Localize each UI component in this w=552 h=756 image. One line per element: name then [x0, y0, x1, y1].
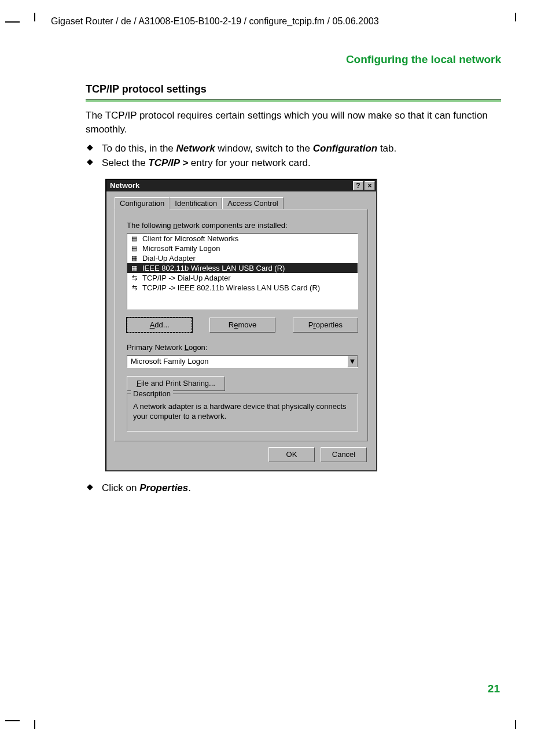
dialog-tabs: Configuration Identification Access Cont…: [115, 197, 368, 209]
header-path: Gigaset Router / de / A31008-E105-B100-2…: [51, 16, 501, 27]
close-button[interactable]: ×: [365, 181, 375, 190]
list-item[interactable]: ▦Dial-Up Adapter: [127, 253, 358, 263]
dialog-title: Network: [110, 181, 139, 190]
bullet-item: Click on Properties.: [86, 481, 501, 496]
dialog-titlebar: Network ? ×: [106, 180, 376, 191]
list-item-selected[interactable]: ▦IEEE 802.11b Wireless LAN USB Card (R): [127, 263, 358, 273]
list-item[interactable]: ▤Microsoft Family Logon: [127, 244, 358, 253]
protocol-icon: ⇆: [130, 283, 139, 292]
page-number: 21: [488, 683, 500, 695]
description-legend: Description: [131, 389, 173, 398]
intro-text: The TCP/IP protocol requires certain set…: [86, 109, 501, 137]
subsection-title: TCP/IP protocol settings: [86, 83, 501, 95]
protocol-icon: ⇆: [130, 274, 139, 282]
remove-button[interactable]: Remove: [209, 318, 275, 333]
bullet-list-post: Click on Properties.: [86, 481, 501, 496]
adapter-icon: ▦: [130, 264, 139, 272]
network-dialog: Network ? × Configuration Identification…: [105, 179, 377, 471]
chevron-down-icon[interactable]: ▼: [347, 356, 358, 367]
bullet-item: To do this, in the Network window, switc…: [86, 141, 501, 156]
primary-logon-label: Primary Network Logon:: [127, 343, 358, 352]
help-button[interactable]: ?: [353, 181, 363, 190]
primary-logon-combo[interactable]: Microsoft Family Logon ▼: [127, 355, 358, 368]
tab-configuration[interactable]: Configuration: [115, 197, 170, 209]
section-header: Configuring the local network: [51, 53, 501, 66]
adapter-icon: ▦: [130, 254, 139, 262]
ok-button[interactable]: OK: [268, 447, 315, 462]
cancel-button[interactable]: Cancel: [321, 447, 367, 462]
client-icon: ▤: [130, 234, 139, 242]
components-label: The following network components are ins…: [127, 221, 358, 230]
add-button[interactable]: Add...: [127, 318, 192, 333]
client-icon: ▤: [130, 244, 139, 252]
primary-logon-value: Microsoft Family Logon: [127, 357, 347, 366]
section-rule: [86, 99, 501, 102]
list-item[interactable]: ⇆TCP/IP -> IEEE 802.11b Wireless LAN USB…: [127, 283, 358, 293]
properties-button[interactable]: Properties: [293, 318, 358, 333]
description-fieldset: Description A network adapter is a hardw…: [127, 393, 358, 432]
tab-access-control[interactable]: Access Control: [222, 197, 283, 209]
list-item[interactable]: ▤Client for Microsoft Networks: [127, 234, 358, 244]
bullet-item: Select the TCP/IP > entry for your netwo…: [86, 156, 501, 171]
bullet-list-pre: To do this, in the Network window, switc…: [86, 141, 501, 171]
tab-identification[interactable]: Identification: [170, 197, 222, 209]
tab-panel-configuration: The following network components are ins…: [115, 209, 368, 441]
components-listbox[interactable]: ▤Client for Microsoft Networks ▤Microsof…: [127, 233, 358, 309]
list-item[interactable]: ⇆TCP/IP -> Dial-Up Adapter: [127, 273, 358, 283]
description-text: A network adapter is a hardware device t…: [133, 401, 352, 422]
